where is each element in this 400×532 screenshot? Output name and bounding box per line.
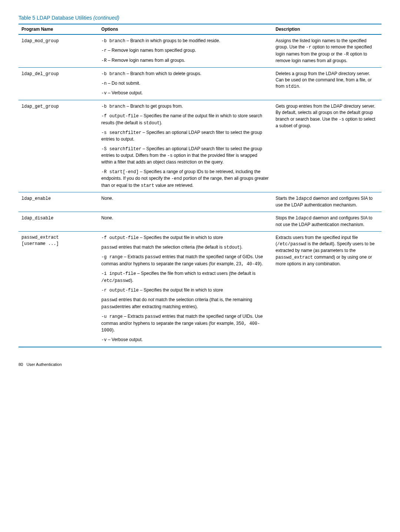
option-text: entries after extracting matching entrie… (117, 304, 198, 309)
description-code: passwd_extract (276, 255, 313, 260)
option-flag: -s searchfilter (101, 130, 141, 135)
description-cell: Assigns the listed login names to the sp… (273, 34, 381, 67)
option-text: – Remove login names from all groups. (107, 58, 185, 63)
table-title-continued: (continued) (93, 15, 119, 21)
option-text: None. (101, 196, 113, 201)
ldap-utilities-table: Program Name Options Description ldap_mo… (19, 24, 381, 347)
description-code: -r (306, 45, 311, 50)
option-text: ). (112, 327, 114, 333)
header-description: Description (273, 24, 381, 34)
option-text: – Branch in which groups to be modified … (125, 38, 220, 43)
option-flag: -r (101, 48, 107, 53)
option-block: -r – Remove login names from specified g… (101, 47, 270, 54)
option-block: -b branch – Branch in which groups to be… (101, 38, 270, 44)
table-row: passwd_extract [username ...] -f output-… (19, 231, 381, 347)
description-code: ldapcd (296, 196, 312, 201)
option-flag: -v (101, 337, 107, 343)
program-name: passwd_extract (21, 235, 96, 241)
description-cell: Deletes a group from the LDAP directory … (273, 67, 381, 100)
option-code: passwd (101, 297, 117, 303)
option-flag: -i input-file (101, 271, 136, 276)
option-block: -S searchfilter – Specifies an optional … (101, 146, 270, 166)
description-text: Stops the (276, 215, 296, 220)
description-cell: Extracts users from the specified input … (273, 231, 381, 347)
option-block: -r output-file – Specifies the output fi… (101, 287, 270, 294)
program-name: ldap_disable (21, 216, 53, 221)
option-flag: -b branch (101, 38, 126, 44)
option-code: -s (167, 153, 172, 158)
header-program-name: Program Name (19, 24, 99, 34)
option-code: passwd (145, 255, 161, 260)
table-title-text: Table 5 LDAP Database Utilities (19, 15, 93, 21)
option-flag: -u range (101, 314, 123, 319)
option-text: – Remove login names from specified grou… (107, 48, 196, 53)
option-block: -b branch – Branch from which to delete … (101, 71, 270, 77)
option-flag: -g range (101, 255, 123, 260)
option-block: -v – Verbose output. (101, 337, 270, 343)
option-flag: -b branch (101, 71, 126, 77)
option-block: -f output-file – Specifies the output fi… (101, 235, 270, 241)
program-name: ldap_enable (21, 196, 51, 201)
table-row: ldap_get_group -b branch – Branch to get… (19, 100, 381, 192)
option-code: passwd (101, 304, 117, 310)
option-text: – Do not submit. (107, 81, 140, 86)
table-row: ldap_mod_group -b branch – Branch in whi… (19, 34, 381, 67)
option-code: /etc/passwd (101, 278, 131, 283)
table-caption: Table 5 LDAP Database Utilities (continu… (19, 15, 381, 21)
option-block: passwd entries that do not match the sel… (101, 297, 270, 310)
table-row: ldap_enable None. Starts the ldapcd daem… (19, 192, 381, 212)
option-code: stdout (224, 245, 240, 250)
option-text: – Extracts (123, 254, 145, 259)
option-block: -R – Remove login names from all groups. (101, 57, 270, 64)
option-text: match the selection criteria (that is, t… (154, 297, 252, 302)
option-code: passwd (101, 245, 117, 250)
option-flag: -f output-file (101, 235, 139, 240)
option-block: passwd entries that match the selection … (101, 244, 270, 251)
option-text: – Specifies the output file in which to … (139, 287, 223, 293)
option-text: – Branch from which to delete groups. (125, 71, 201, 76)
description-code: -s (339, 117, 344, 122)
option-flag: -r output-file (101, 288, 139, 293)
description-text: Starts the (276, 196, 296, 201)
option-block: -R start[-end] – Specifies a range of gr… (101, 169, 270, 189)
option-code: 23, 40-49 (236, 262, 260, 267)
table-header-row: Program Name Options Description (19, 24, 381, 34)
option-text: – Specifies the output file in which to … (139, 235, 223, 240)
option-flag: -f output-file (101, 114, 139, 119)
program-name: ldap_get_group (21, 104, 59, 109)
option-text: ). (260, 261, 263, 266)
option-block: -s searchfilter – Specifies an optional … (101, 129, 270, 143)
option-text: value are retrieved. (154, 183, 193, 188)
description-code: stdin (286, 84, 299, 89)
option-code: stdout (144, 121, 160, 126)
description-cell: Stops the ldapcd daemon and configures S… (273, 212, 381, 231)
option-text: entries that do (117, 297, 148, 302)
option-block: -g range – Extracts passwd entries that … (101, 254, 270, 267)
page-footer: 80 User Authentication (19, 362, 381, 367)
option-text: – Verbose output. (107, 337, 143, 342)
description-text: . (299, 84, 300, 89)
program-name-args: [username ...] (21, 241, 96, 247)
option-flag: -S searchfilter (101, 147, 141, 152)
option-block: -b branch – Branch to get groups from. (101, 103, 270, 110)
option-flag: -b branch (101, 104, 126, 109)
option-block: -v – Verbose output. (101, 90, 270, 97)
option-block: -f output-file – Specifies the name of t… (101, 113, 270, 127)
option-flag: -n (101, 81, 107, 86)
option-text: ). (131, 278, 133, 283)
description-code: /etc/passwd (277, 242, 306, 247)
option-block: -u range – Extracts passwd entries that … (101, 313, 270, 334)
table-row: ldap_del_group -b branch – Branch from w… (19, 67, 381, 100)
description-cell: Starts the ldapcd daemon and configures … (273, 192, 381, 212)
option-block: -n – Do not submit. (101, 80, 270, 87)
option-text: entries that match the selection criteri… (117, 245, 224, 250)
option-code: -end (171, 176, 182, 181)
option-text: – Verbose output. (107, 90, 143, 95)
option-text: None. (101, 215, 113, 220)
option-flag: -R (101, 58, 107, 63)
option-text: – Branch to get groups from. (125, 104, 183, 109)
option-italic: not (148, 297, 154, 302)
option-block: -i input-file – Specifies the file from … (101, 270, 270, 284)
option-text: ). (240, 245, 243, 250)
option-text: ). (160, 120, 162, 125)
